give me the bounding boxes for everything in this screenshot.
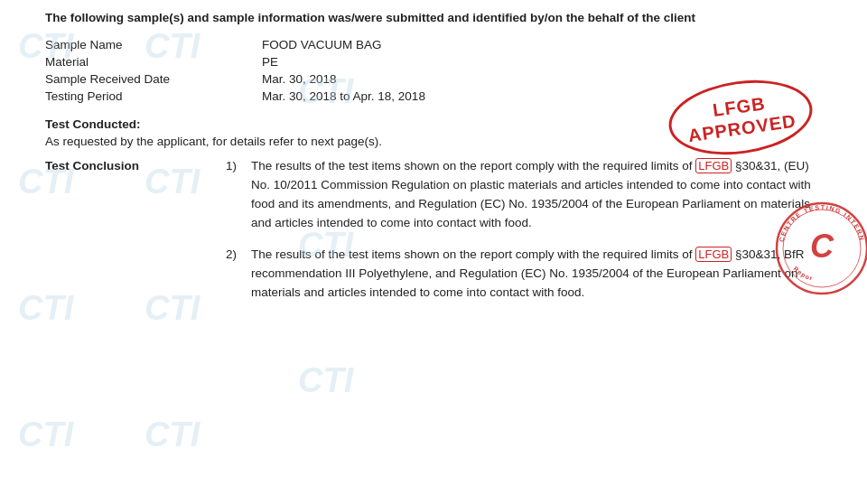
- test-conclusion-section: Test Conclusion 1) The results of the te…: [45, 157, 822, 314]
- sample-name-value: FOOD VACUUM BAG: [262, 36, 822, 53]
- test-conclusion-label: Test Conclusion: [45, 157, 226, 173]
- conclusion-num-2: 2): [226, 246, 251, 261]
- material-label: Material: [45, 53, 262, 70]
- page-content: CTI CTI CTI CTI CTI CTI CTI CTI CTI CTI …: [0, 0, 867, 339]
- conclusion-item-2: 2) The results of the test items shown o…: [226, 246, 822, 303]
- testing-period-label: Testing Period: [45, 88, 262, 105]
- watermark-7: CTI: [18, 415, 73, 454]
- header-text: The following sample(s) and sample infor…: [45, 11, 695, 24]
- received-date-label: Sample Received Date: [45, 70, 262, 88]
- material-value: PE: [262, 53, 822, 70]
- sample-name-label: Sample Name: [45, 36, 262, 53]
- lfgb-stamp-area: LFGB APPROVED: [668, 81, 813, 154]
- lfgb-stamp-text: LFGB APPROVED: [668, 87, 812, 149]
- header-paragraph: The following sample(s) and sample infor…: [45, 9, 822, 27]
- lfgb-link-1: LFGB: [695, 158, 732, 173]
- conclusion-items: 1) The results of the test items shown o…: [226, 157, 822, 314]
- conclusion-body-2: The results of the test items shown on t…: [251, 246, 822, 303]
- conclusion-body-1: The results of the test items shown on t…: [251, 157, 822, 233]
- sample-name-row: Sample Name FOOD VACUUM BAG: [45, 36, 822, 53]
- conclusion-num-1: 1): [226, 157, 251, 173]
- lfgb-stamp: LFGB APPROVED: [664, 71, 817, 163]
- watermark-11: CTI: [298, 361, 353, 400]
- lfgb-link-2: LFGB: [695, 247, 732, 262]
- conclusion-item-1: 1) The results of the test items shown o…: [226, 157, 822, 233]
- material-row: Material PE: [45, 53, 822, 70]
- watermark-8: CTI: [144, 415, 200, 454]
